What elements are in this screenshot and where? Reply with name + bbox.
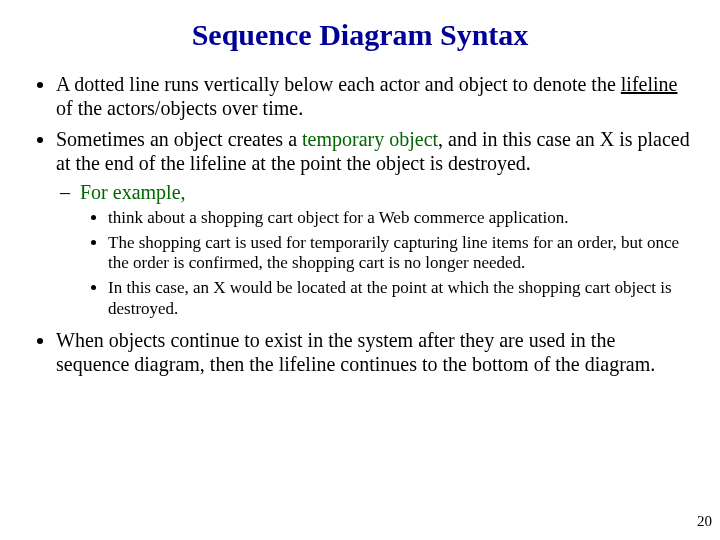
bullet-2: Sometimes an object creates a temporary … [56,127,692,320]
bullet-list: A dotted line runs vertically below each… [28,72,692,376]
bullet-2-sub-3: In this case, an X would be located at t… [108,278,692,319]
bullet-2-green: temporary object [302,128,438,150]
bullet-2-subsublist: think about a shopping cart object for a… [80,208,692,320]
bullet-2-text-pre: Sometimes an object creates a [56,128,302,150]
bullet-1-text-pre: A dotted line runs vertically below each… [56,73,621,95]
slide: Sequence Diagram Syntax A dotted line ru… [0,0,720,540]
bullet-3: When objects continue to exist in the sy… [56,328,692,377]
bullet-1-text-post: of the actors/objects over time. [56,97,303,119]
bullet-2-sub-text: For example, [80,181,186,203]
bullet-2-sublist: For example, think about a shopping cart… [56,180,692,320]
bullet-1: A dotted line runs vertically below each… [56,72,692,121]
bullet-2-sub-1: think about a shopping cart object for a… [108,208,692,229]
page-number: 20 [697,513,712,530]
bullet-2-sub-2: The shopping cart is used for temporaril… [108,233,692,274]
bullet-1-underline: lifeline [621,73,678,95]
slide-title: Sequence Diagram Syntax [0,0,720,60]
bullet-2-sub: For example, think about a shopping cart… [80,180,692,320]
